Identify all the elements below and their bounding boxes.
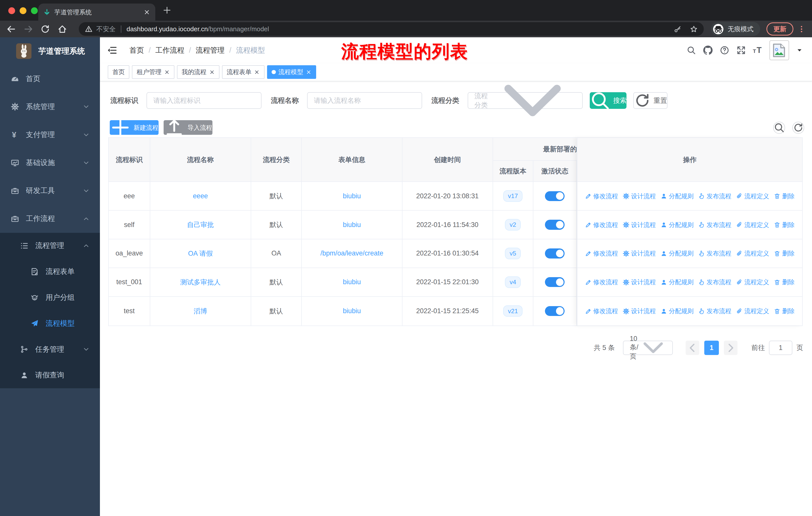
- category-select[interactable]: 流程分类: [468, 92, 583, 109]
- action-delete[interactable]: 删除: [774, 278, 794, 286]
- action-publish-process[interactable]: 发布流程: [698, 249, 731, 257]
- address-bar[interactable]: 不安全 dashboard.yudao.iocoder.cn /bpm/mana…: [79, 22, 704, 35]
- action-design-process[interactable]: 设计流程: [623, 221, 656, 229]
- process-name-link[interactable]: eeee: [150, 182, 251, 210]
- action-modify-process[interactable]: 修改流程: [585, 192, 618, 200]
- breadcrumb-item[interactable]: 工作流程: [155, 45, 184, 55]
- sidebar-item-leave-query[interactable]: 请假查询: [0, 362, 100, 388]
- tag-process-form[interactable]: 流程表单: [222, 65, 265, 79]
- action-assign-rules[interactable]: 分配规则: [661, 221, 694, 229]
- action-assign-rules[interactable]: 分配规则: [661, 278, 694, 286]
- sidebar-item-system[interactable]: 系统管理: [0, 93, 100, 121]
- current-page[interactable]: 1: [704, 341, 719, 355]
- action-modify-process[interactable]: 修改流程: [585, 249, 618, 257]
- create-process-button[interactable]: 新建流程: [110, 120, 158, 135]
- active-switch[interactable]: [533, 182, 577, 210]
- active-switch[interactable]: [533, 211, 577, 239]
- help-icon[interactable]: [720, 46, 729, 55]
- action-publish-process[interactable]: 发布流程: [698, 221, 731, 229]
- new-tab-button[interactable]: [163, 6, 171, 15]
- toggle-on[interactable]: [545, 220, 564, 229]
- github-icon[interactable]: [703, 46, 713, 55]
- form-info-link[interactable]: biubiu: [302, 297, 402, 326]
- toggle-on[interactable]: [545, 248, 564, 258]
- sidebar-item-task-management[interactable]: 任务管理: [0, 336, 100, 362]
- sidebar-item-workflow[interactable]: 工作流程: [0, 205, 100, 233]
- action-modify-process[interactable]: 修改流程: [585, 278, 618, 286]
- action-publish-process[interactable]: 发布流程: [698, 278, 731, 286]
- refresh-table-button[interactable]: [792, 122, 804, 134]
- toggle-on[interactable]: [545, 306, 564, 316]
- font-size-icon[interactable]: TT: [753, 46, 762, 55]
- toggle-search-button[interactable]: [773, 122, 785, 134]
- import-process-button[interactable]: 导入流程: [164, 120, 212, 135]
- sidebar-item-user-group[interactable]: 用户分组: [0, 284, 100, 310]
- sidebar-item-dev-tools[interactable]: 研发工具: [0, 177, 100, 205]
- action-publish-process[interactable]: 发布流程: [698, 307, 731, 315]
- toggle-on[interactable]: [545, 191, 564, 201]
- sidebar-item-process-form[interactable]: 流程表单: [0, 259, 100, 285]
- toggle-on[interactable]: [545, 277, 564, 287]
- action-delete[interactable]: 删除: [774, 249, 794, 257]
- tag-close-icon[interactable]: [209, 69, 215, 75]
- sidebar-item-process-management[interactable]: 流程管理: [0, 233, 100, 259]
- form-info-link[interactable]: biubiu: [302, 268, 402, 296]
- sidebar-item-payment[interactable]: ¥支付管理: [0, 121, 100, 148]
- sidebar-fold-icon[interactable]: [107, 45, 117, 55]
- action-design-process[interactable]: 设计流程: [623, 192, 656, 200]
- sidebar-item-process-model[interactable]: 流程模型: [0, 310, 100, 336]
- sidebar-item-home[interactable]: 首页: [0, 65, 100, 93]
- search-button[interactable]: 搜索: [590, 92, 627, 109]
- tab-close-icon[interactable]: [143, 9, 150, 16]
- process-id-input[interactable]: [146, 92, 262, 109]
- breadcrumb-item[interactable]: 流程管理: [196, 45, 225, 55]
- prev-page-button[interactable]: [686, 341, 699, 355]
- action-assign-rules[interactable]: 分配规则: [661, 192, 694, 200]
- goto-page-input[interactable]: [769, 341, 792, 355]
- process-name-link[interactable]: 测试多审批人: [150, 268, 251, 296]
- action-process-definition[interactable]: 流程定义: [736, 221, 769, 229]
- browser-tab[interactable]: 芋道管理系统: [38, 3, 155, 21]
- reset-button[interactable]: 重置: [633, 92, 668, 109]
- action-delete[interactable]: 删除: [774, 221, 794, 229]
- process-name-link[interactable]: OA 请假: [150, 239, 251, 268]
- action-process-definition[interactable]: 流程定义: [736, 307, 769, 315]
- process-name-input[interactable]: [307, 92, 422, 109]
- tag-home[interactable]: 首页: [108, 65, 129, 79]
- action-process-definition[interactable]: 流程定义: [736, 278, 769, 286]
- active-switch[interactable]: [533, 297, 577, 326]
- action-process-definition[interactable]: 流程定义: [736, 192, 769, 200]
- action-design-process[interactable]: 设计流程: [623, 249, 656, 257]
- form-info-link[interactable]: /bpm/oa/leave/create: [302, 239, 402, 268]
- traffic-minimize-button[interactable]: [20, 7, 26, 14]
- active-switch[interactable]: [533, 239, 577, 268]
- home-icon[interactable]: [57, 24, 67, 34]
- traffic-close-button[interactable]: [8, 7, 15, 14]
- form-info-link[interactable]: biubiu: [302, 182, 402, 210]
- tag-close-icon[interactable]: [306, 69, 312, 75]
- action-delete[interactable]: 删除: [774, 192, 794, 200]
- action-delete[interactable]: 删除: [774, 307, 794, 315]
- tag-process-model[interactable]: 流程模型: [267, 65, 316, 79]
- tag-close-icon[interactable]: [254, 69, 260, 75]
- next-page-button[interactable]: [724, 341, 737, 355]
- action-modify-process[interactable]: 修改流程: [585, 307, 618, 315]
- bookmark-star-icon[interactable]: [690, 25, 698, 33]
- search-icon[interactable]: [687, 46, 696, 55]
- action-assign-rules[interactable]: 分配规则: [661, 249, 694, 257]
- browser-menu-icon[interactable]: [798, 25, 806, 33]
- active-switch[interactable]: [533, 268, 577, 296]
- page-size-select[interactable]: 10条/页: [623, 341, 673, 355]
- action-design-process[interactable]: 设计流程: [623, 278, 656, 286]
- caret-down-icon[interactable]: [796, 47, 803, 53]
- action-process-definition[interactable]: 流程定义: [736, 249, 769, 257]
- action-assign-rules[interactable]: 分配规则: [661, 307, 694, 315]
- form-info-link[interactable]: biubiu: [302, 211, 402, 239]
- forward-icon[interactable]: [23, 24, 33, 34]
- action-publish-process[interactable]: 发布流程: [698, 192, 731, 200]
- reload-icon[interactable]: [40, 24, 50, 34]
- password-key-icon[interactable]: [674, 25, 682, 33]
- traffic-zoom-button[interactable]: [31, 7, 38, 14]
- browser-update-button[interactable]: 更新: [766, 22, 793, 35]
- action-modify-process[interactable]: 修改流程: [585, 221, 618, 229]
